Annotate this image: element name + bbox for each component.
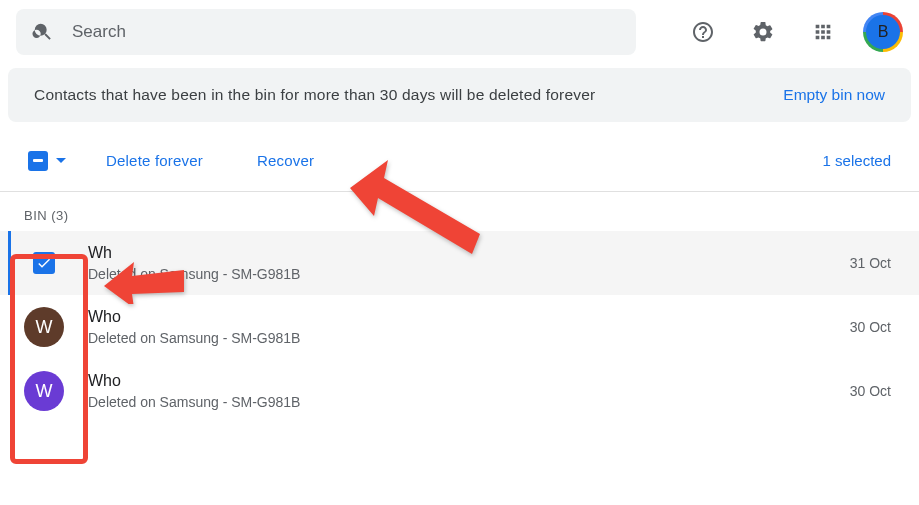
search-input[interactable] (72, 22, 620, 42)
row-body: WhoDeleted on Samsung - SM-G981B (88, 371, 826, 411)
row-body: WhoDeleted on Samsung - SM-G981B (88, 307, 826, 347)
search-icon (32, 21, 54, 43)
avatar-initial: W (24, 307, 64, 347)
search-bar[interactable] (16, 9, 636, 55)
header-actions: B (683, 12, 903, 52)
settings-icon[interactable] (743, 12, 783, 52)
contact-name: Wh (88, 243, 826, 264)
selected-count: 1 selected (823, 152, 891, 169)
contact-subtext: Deleted on Samsung - SM-G981B (88, 329, 826, 347)
deleted-date: 31 Oct (850, 255, 891, 271)
contact-avatar[interactable]: W (24, 307, 64, 347)
contact-name: Who (88, 371, 826, 392)
profile-initial: B (878, 23, 889, 41)
apps-icon[interactable] (803, 12, 843, 52)
delete-forever-button[interactable]: Delete forever (92, 144, 217, 177)
chevron-down-icon (56, 158, 66, 163)
contact-subtext: Deleted on Samsung - SM-G981B (88, 393, 826, 411)
help-icon[interactable] (683, 12, 723, 52)
bin-info-banner: Contacts that have been in the bin for m… (8, 68, 911, 122)
contact-subtext: Deleted on Samsung - SM-G981B (88, 265, 826, 283)
profile-avatar[interactable]: B (863, 12, 903, 52)
contact-name: Who (88, 307, 826, 328)
contact-row[interactable]: WhDeleted on Samsung - SM-G981B31 Oct (0, 231, 919, 295)
select-all-checkbox[interactable] (28, 151, 66, 171)
indeterminate-checkbox-icon (28, 151, 48, 171)
top-bar: B (0, 0, 919, 64)
avatar-initial: W (24, 371, 64, 411)
deleted-date: 30 Oct (850, 319, 891, 335)
action-bar: Delete forever Recover 1 selected (0, 128, 919, 192)
row-checkbox[interactable] (24, 243, 64, 283)
contact-row[interactable]: WWhoDeleted on Samsung - SM-G981B30 Oct (0, 359, 919, 423)
contact-avatar[interactable]: W (24, 371, 64, 411)
deleted-date: 30 Oct (850, 383, 891, 399)
contact-list: WhDeleted on Samsung - SM-G981B31 OctWWh… (0, 231, 919, 423)
contact-row[interactable]: WWhoDeleted on Samsung - SM-G981B30 Oct (0, 295, 919, 359)
row-body: WhDeleted on Samsung - SM-G981B (88, 243, 826, 283)
banner-text: Contacts that have been in the bin for m… (34, 86, 595, 104)
recover-button[interactable]: Recover (243, 144, 328, 177)
empty-bin-button[interactable]: Empty bin now (783, 86, 885, 104)
section-label: BIN (3) (0, 192, 919, 231)
